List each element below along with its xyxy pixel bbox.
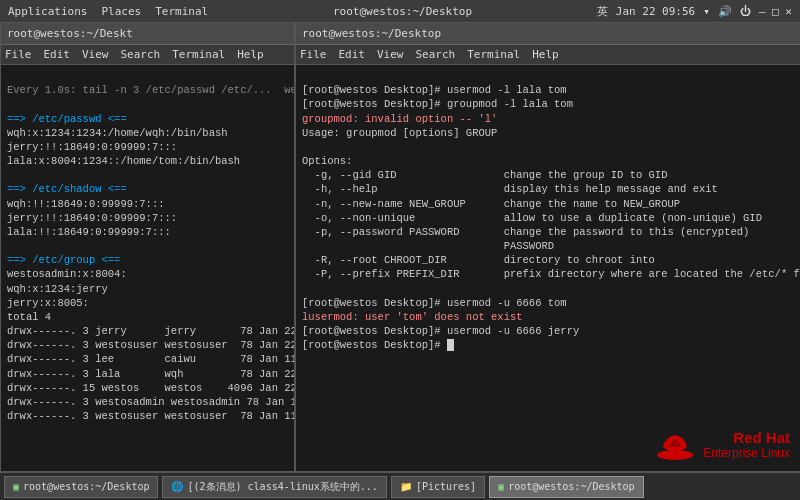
terminal-left-menubar: File Edit View Search Terminal Help	[1, 45, 294, 65]
terminal-left-body[interactable]: Every 1.0s: tail -n 3 /etc/passwd /etc/.…	[1, 65, 294, 471]
taskbar-label-2: [Pictures]	[416, 481, 476, 492]
terminal-icon-0: ▣	[13, 481, 19, 492]
terminal-menu[interactable]: Terminal	[155, 5, 208, 18]
system-bar: Applications Places Terminal root@westos…	[0, 0, 800, 22]
menu-file-right[interactable]: File	[300, 48, 327, 61]
main-area: root@westos:~/Deskt File Edit View Searc…	[0, 22, 800, 500]
places-menu[interactable]: Places	[101, 5, 141, 18]
terminal-left[interactable]: root@westos:~/Deskt File Edit View Searc…	[0, 22, 295, 472]
taskbar: ▣ root@westos:~/Desktop 🌐 [(2条消息) class4…	[0, 472, 800, 500]
menu-edit-right[interactable]: Edit	[339, 48, 366, 61]
system-bar-right: 英 Jan 22 09:56 ▾ 🔊 ⏻ — □ ✕	[597, 4, 792, 19]
menu-file-left[interactable]: File	[5, 48, 32, 61]
menu-view-right[interactable]: View	[377, 48, 404, 61]
menu-help-left[interactable]: Help	[237, 48, 264, 61]
menu-terminal-right[interactable]: Terminal	[467, 48, 520, 61]
redhat-text2: Enterprise Linux	[703, 446, 790, 460]
terminal-right-titlebar: root@westos:~/Desktop	[296, 23, 800, 45]
terminals-container: root@westos:~/Deskt File Edit View Searc…	[0, 22, 800, 472]
terminal-right-title: root@westos:~/Desktop	[302, 27, 441, 40]
taskbar-label-3: root@westos:~/Desktop	[508, 481, 634, 492]
power-icon: ⏻	[740, 5, 751, 18]
terminal-left-titlebar: root@westos:~/Deskt	[1, 23, 294, 45]
menu-help-right[interactable]: Help	[532, 48, 559, 61]
menu-edit-left[interactable]: Edit	[44, 48, 71, 61]
terminal-right[interactable]: root@westos:~/Desktop File Edit View Sea…	[295, 22, 800, 472]
redhat-logo: Red Hat Enterprise Linux	[655, 427, 790, 462]
menu-view-left[interactable]: View	[82, 48, 109, 61]
redhat-hat-icon	[655, 427, 695, 462]
menu-terminal-left[interactable]: Terminal	[172, 48, 225, 61]
redhat-text1: Red Hat	[703, 429, 790, 446]
locale-indicator: 英	[597, 4, 608, 19]
volume-icon: 🔊	[718, 5, 732, 18]
taskbar-item-0[interactable]: ▣ root@westos:~/Desktop	[4, 476, 158, 498]
taskbar-label-1: [(2条消息) class4-linux系统中的...	[187, 480, 377, 494]
menu-search-left[interactable]: Search	[121, 48, 161, 61]
taskbar-item-3[interactable]: ▣ root@westos:~/Desktop	[489, 476, 643, 498]
terminal-left-title: root@westos:~/Deskt	[7, 27, 133, 40]
apps-menu[interactable]: Applications	[8, 5, 87, 18]
terminal-right-body[interactable]: [root@westos Desktop]# usermod -l lala t…	[296, 65, 800, 471]
network-icon: ▾	[703, 5, 710, 18]
window-controls[interactable]: — □ ✕	[759, 5, 792, 18]
terminal-icon-3: ▣	[498, 481, 504, 492]
menu-search-right[interactable]: Search	[416, 48, 456, 61]
taskbar-item-2[interactable]: 📁 [Pictures]	[391, 476, 485, 498]
folder-icon: 📁	[400, 481, 412, 492]
system-bar-left: Applications Places Terminal	[8, 5, 208, 18]
scroll-line: Every 1.0s: tail -n 3 /etc/passwd /etc/.…	[7, 84, 294, 96]
system-bar-title: root@westos:~/Desktop	[333, 5, 472, 18]
datetime: Jan 22 09:56	[616, 5, 695, 18]
browser-icon: 🌐	[171, 481, 183, 492]
taskbar-item-1[interactable]: 🌐 [(2条消息) class4-linux系统中的...	[162, 476, 386, 498]
svg-point-0	[657, 450, 693, 460]
taskbar-label-0: root@westos:~/Desktop	[23, 481, 149, 492]
terminal-right-menubar: File Edit View Search Terminal Help	[296, 45, 800, 65]
